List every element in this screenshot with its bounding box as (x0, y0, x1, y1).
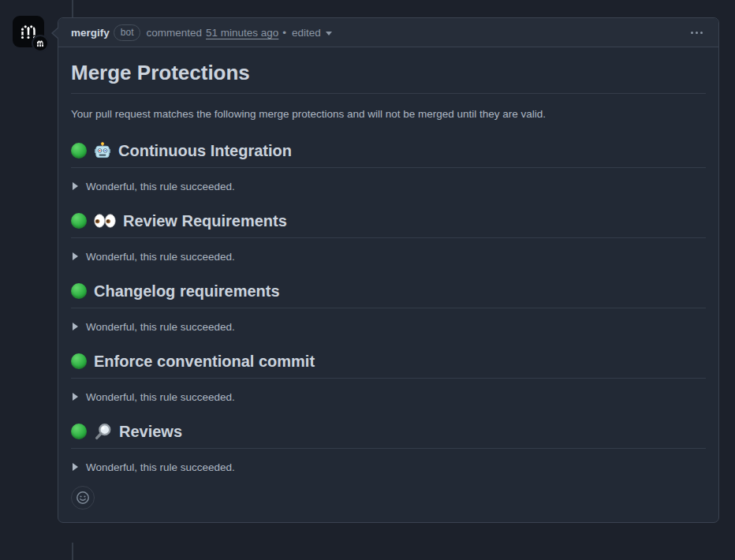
rule-summary-text: Wonderful, this rule succeeded. (86, 391, 235, 403)
kebab-menu-button[interactable] (688, 27, 706, 39)
section-heading: Reviews (71, 422, 706, 449)
ellipsis-icon (691, 32, 703, 34)
smiley-icon (76, 491, 90, 505)
pr-timeline-page: mergify bot commented 51 minutes ago • e… (0, 0, 735, 560)
section-heading: Continuous Integration (71, 141, 706, 168)
triangle-right-icon (73, 393, 78, 401)
chevron-down-icon (326, 32, 332, 35)
mergify-logo-icon (35, 39, 45, 48)
rule-details-summary[interactable]: Wonderful, this rule succeeded. (71, 391, 235, 403)
timeline-line (72, 0, 73, 17)
green-circle-emoji (71, 143, 87, 159)
action-text: commented (146, 27, 202, 39)
rule-summary-text: Wonderful, this rule succeeded. (86, 181, 235, 192)
rule-details-summary[interactable]: Wonderful, this rule succeeded. (71, 321, 235, 333)
mergify-avatar[interactable] (13, 16, 44, 47)
triangle-right-icon (73, 252, 78, 260)
intro-text: Your pull request matches the following … (71, 106, 706, 122)
author-link[interactable]: mergify (71, 27, 110, 39)
rule-details-summary[interactable]: Wonderful, this rule succeeded. (71, 461, 235, 473)
section-heading: Changelog requirements (71, 282, 706, 308)
section-title: Enforce conventional commit (94, 352, 315, 371)
dot-separator: • (282, 27, 286, 39)
section-heading: Review Requirements (71, 211, 706, 238)
rule-details-summary[interactable]: Wonderful, this rule succeeded. (71, 251, 235, 263)
comment-body: Merge Protections Your pull request matc… (58, 47, 718, 522)
bot-badge: bot (114, 24, 141, 41)
section-heading: Enforce conventional commit (71, 352, 706, 379)
speech-caret (53, 28, 59, 39)
green-circle-emoji (71, 424, 87, 439)
section-title: Review Requirements (123, 211, 287, 231)
green-circle-emoji (71, 213, 87, 229)
section-title: Continuous Integration (118, 141, 292, 161)
add-reaction-button[interactable] (71, 486, 95, 510)
edited-label: edited (292, 27, 321, 39)
eyes-emoji (94, 214, 116, 228)
avatar-bot-badge (32, 35, 49, 52)
section-title: Reviews (119, 422, 182, 442)
triangle-right-icon (73, 182, 78, 190)
timeline-line (72, 543, 73, 560)
triangle-right-icon (73, 463, 78, 471)
comment-card: mergify bot commented 51 minutes ago • e… (58, 17, 719, 523)
comment-header: mergify bot commented 51 minutes ago • e… (58, 18, 718, 47)
comment-title: Merge Protections (71, 60, 706, 94)
rule-summary-text: Wonderful, this rule succeeded. (86, 251, 235, 263)
triangle-right-icon (73, 323, 78, 330)
timestamp-link[interactable]: 51 minutes ago (206, 27, 278, 39)
magnifying-glass-emoji (94, 423, 112, 441)
robot-emoji (94, 142, 111, 159)
rule-details-summary[interactable]: Wonderful, this rule succeeded. (71, 181, 235, 192)
green-circle-emoji (71, 353, 87, 369)
section-title: Changelog requirements (94, 282, 280, 301)
rule-summary-text: Wonderful, this rule succeeded. (86, 461, 235, 473)
edited-dropdown[interactable]: edited (292, 27, 332, 39)
rule-summary-text: Wonderful, this rule succeeded. (86, 321, 235, 333)
green-circle-emoji (71, 283, 87, 299)
